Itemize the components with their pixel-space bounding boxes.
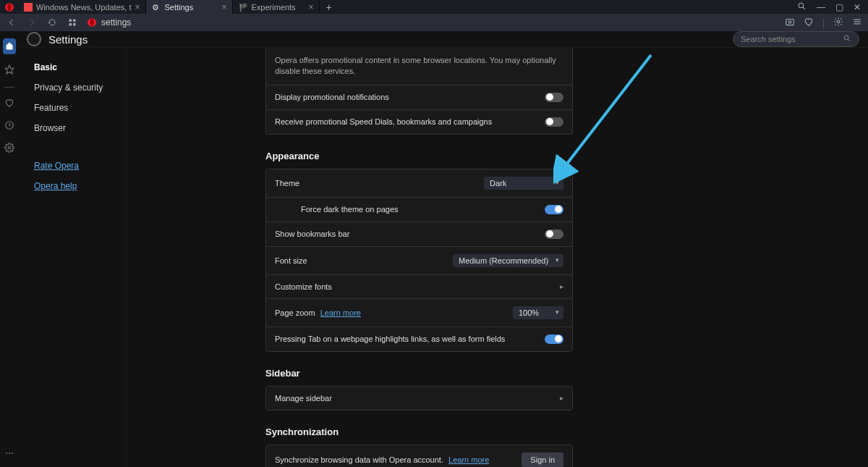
opera-logo-icon — [27, 32, 41, 46]
opera-icon — [87, 17, 97, 28]
nav-rate-opera[interactable]: Rate Opera — [34, 161, 126, 171]
home-icon[interactable] — [3, 38, 16, 54]
tab-experiments[interactable]: 🏴 Experiments × — [233, 0, 320, 14]
sync-section: Synchronize browsing data with Opera acc… — [265, 445, 573, 467]
section-title-appearance: Appearance — [265, 151, 868, 161]
promo-description: Opera offers promotional content in some… — [266, 48, 572, 85]
titlebar: Windows News, Updates, t × ⚙ Settings × … — [0, 0, 868, 14]
svg-rect-5 — [73, 20, 76, 22]
row-label: Force dark theme on pages — [275, 205, 545, 214]
row-label: Receive promotional Speed Dials, bookmar… — [275, 117, 545, 126]
heart-icon[interactable] — [804, 17, 814, 29]
theme-select[interactable]: Dark — [484, 177, 563, 190]
heart-sidebar-icon[interactable] — [4, 98, 14, 110]
tab-settings[interactable]: ⚙ Settings × — [146, 0, 233, 14]
menu-icon[interactable] — [852, 17, 862, 29]
section-title-sidebar: Sidebar — [265, 368, 868, 379]
address-bar[interactable]: settings — [87, 17, 776, 28]
close-icon[interactable]: × — [135, 2, 140, 12]
snapshot-icon[interactable] — [785, 17, 795, 29]
row-label: Pressing Tab on a webpage highlights lin… — [275, 335, 545, 343]
promo-section: Opera offers promotional content in some… — [265, 48, 573, 135]
nav-features[interactable]: Features — [34, 103, 126, 113]
search-settings-input[interactable]: Search settings — [733, 31, 859, 47]
minimize-icon[interactable]: — — [817, 2, 825, 12]
close-window-icon[interactable]: ✕ — [854, 2, 861, 12]
svg-point-1 — [7, 3, 12, 11]
nav-privacy[interactable]: Privacy & security — [34, 83, 126, 93]
row-page-zoom: Page zoom Learn more 100% — [266, 298, 572, 327]
close-icon[interactable]: × — [308, 2, 313, 12]
svg-rect-10 — [786, 19, 794, 25]
svg-point-19 — [844, 35, 848, 40]
row-font-size: Font size Medium (Recommended) — [266, 246, 572, 274]
toggle-display-promo-notif[interactable] — [545, 93, 563, 102]
sync-learn-more-link[interactable]: Learn more — [448, 455, 489, 464]
nav-opera-help[interactable]: Opera help — [34, 181, 126, 191]
font-size-select[interactable]: Medium (Recommended) — [453, 254, 563, 267]
svg-line-20 — [848, 40, 851, 42]
tab-windows-news[interactable]: Windows News, Updates, t × — [18, 0, 146, 14]
svg-marker-16 — [5, 65, 14, 74]
toolbar: settings | — [0, 14, 868, 31]
maximize-icon[interactable]: ▢ — [835, 2, 843, 12]
tab-label: Experiments — [251, 3, 295, 12]
close-icon[interactable]: × — [221, 2, 226, 12]
toggle-bookmarks-bar[interactable] — [545, 230, 563, 239]
nav-basic[interactable]: Basic — [34, 62, 126, 72]
row-label: Page zoom Learn more — [275, 308, 513, 317]
search-icon[interactable] — [797, 1, 807, 13]
tab-label: Windows News, Updates, t — [36, 3, 131, 12]
row-bookmarks-bar: Show bookmarks bar — [266, 222, 572, 246]
easy-setup-icon[interactable] — [833, 17, 843, 29]
speed-dial-button[interactable] — [67, 18, 78, 27]
bookmarks-icon[interactable] — [4, 64, 14, 77]
svg-rect-6 — [69, 23, 72, 26]
svg-rect-4 — [69, 20, 72, 22]
history-icon[interactable] — [4, 120, 14, 132]
settings-main: Opera offers promotional content in some… — [127, 48, 868, 467]
svg-point-9 — [90, 19, 94, 27]
back-button[interactable] — [6, 18, 17, 27]
signin-button[interactable]: Sign in — [522, 453, 563, 467]
chevron-right-icon: ▸ — [560, 394, 563, 402]
opera-menu-button[interactable] — [0, 0, 18, 14]
row-tab-highlight: Pressing Tab on a webpage highlights lin… — [266, 327, 572, 351]
row-label: Font size — [275, 256, 453, 265]
chevron-right-icon: ▸ — [560, 282, 563, 290]
row-manage-sidebar[interactable]: Manage sidebar ▸ — [266, 387, 572, 410]
row-label: Customize fonts — [275, 282, 560, 291]
flask-icon: 🏴 — [239, 3, 247, 12]
sidebar-section: Manage sidebar ▸ — [265, 386, 573, 411]
row-receive-promo-speed: Receive promotional Speed Dials, bookmar… — [266, 109, 572, 134]
settings-nav: Basic Privacy & security Features Browse… — [18, 48, 127, 467]
svg-line-3 — [803, 7, 805, 9]
settings-header: Settings Search settings — [18, 31, 868, 48]
row-label: Theme — [275, 179, 484, 188]
row-label: Show bookmarks bar — [275, 230, 545, 238]
reload-button[interactable] — [46, 18, 58, 27]
address-text: settings — [101, 17, 131, 28]
forward-button[interactable] — [26, 18, 38, 27]
svg-point-18 — [8, 146, 11, 149]
search-icon — [843, 34, 851, 44]
new-tab-button[interactable]: + — [320, 0, 337, 14]
row-label: Display promotional notifications — [275, 93, 545, 101]
more-dots-icon[interactable]: ⋯ — [5, 448, 14, 458]
zoom-learn-more-link[interactable]: Learn more — [320, 308, 361, 317]
toggle-force-dark[interactable] — [545, 205, 563, 214]
row-sync-signin: Synchronize browsing data with Opera acc… — [266, 445, 572, 467]
zoom-select[interactable]: 100% — [513, 306, 563, 319]
appearance-section: Theme Dark Force dark theme on pages Sho… — [265, 169, 573, 352]
tab-label: Settings — [164, 3, 193, 12]
row-customize-fonts[interactable]: Customize fonts ▸ — [266, 274, 572, 298]
window-controls: — ▢ ✕ — [797, 1, 868, 13]
settings-sidebar-icon[interactable] — [4, 143, 14, 155]
toggle-tab-highlight[interactable] — [545, 335, 563, 344]
sidebar-mini: ⋯ — [0, 31, 18, 467]
tab-strip: Windows News, Updates, t × ⚙ Settings × … — [18, 0, 338, 14]
nav-browser[interactable]: Browser — [34, 123, 126, 133]
toggle-receive-promo-speed[interactable] — [545, 117, 563, 127]
row-force-dark: Force dark theme on pages — [266, 197, 572, 222]
row-theme: Theme Dark — [266, 169, 572, 197]
